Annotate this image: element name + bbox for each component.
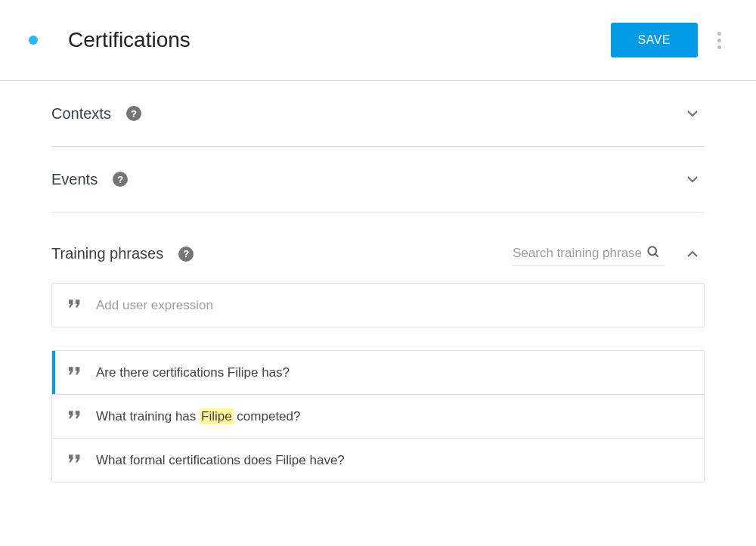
svg-line-1	[655, 254, 658, 257]
section-training-header: Training phrases ?	[51, 213, 705, 283]
training-phrase-text: Are there certifications Filipe has?	[96, 365, 689, 380]
help-icon[interactable]: ?	[178, 247, 194, 262]
svg-point-0	[648, 247, 656, 255]
intent-status-dot	[29, 36, 38, 45]
training-phrase-list: Are there certifications Filipe has?What…	[51, 350, 705, 482]
training-phrase-row[interactable]: What training has Filipe competed?	[52, 395, 704, 439]
add-expression-box	[51, 283, 705, 327]
help-icon[interactable]: ?	[113, 172, 128, 187]
section-events-title: Events	[51, 171, 98, 188]
help-icon[interactable]: ?	[126, 106, 141, 121]
save-button[interactable]: SAVE	[611, 23, 699, 57]
search-icon[interactable]	[641, 244, 665, 262]
chevron-down-icon[interactable]	[680, 167, 705, 191]
more-menu-button[interactable]	[711, 26, 727, 55]
section-training-title: Training phrases	[51, 245, 163, 262]
quote-icon	[67, 408, 82, 424]
section-events[interactable]: Events ?	[51, 147, 705, 213]
chevron-up-icon[interactable]	[680, 242, 705, 266]
quote-icon	[67, 297, 82, 313]
add-expression-input[interactable]	[96, 298, 689, 313]
entity-highlight[interactable]: Filipe	[200, 408, 234, 424]
section-contexts-title: Contexts	[51, 105, 111, 123]
training-phrase-text: What formal certifications does Filipe h…	[96, 453, 689, 468]
training-phrase-row[interactable]: What formal certifications does Filipe h…	[52, 439, 704, 482]
training-phrase-row[interactable]: Are there certifications Filipe has?	[52, 351, 704, 395]
chevron-down-icon[interactable]	[680, 101, 705, 126]
search-input[interactable]	[513, 241, 641, 265]
page-header: Certifications SAVE	[0, 0, 756, 81]
section-contexts[interactable]: Contexts ?	[51, 81, 705, 147]
quote-icon	[67, 452, 82, 468]
content-area: Contexts ? Events ? Training phrases ?	[0, 81, 756, 482]
page-title: Certifications	[68, 28, 611, 52]
quote-icon	[67, 365, 82, 380]
training-phrase-text: What training has Filipe competed?	[96, 409, 689, 424]
search-wrap	[513, 241, 665, 266]
